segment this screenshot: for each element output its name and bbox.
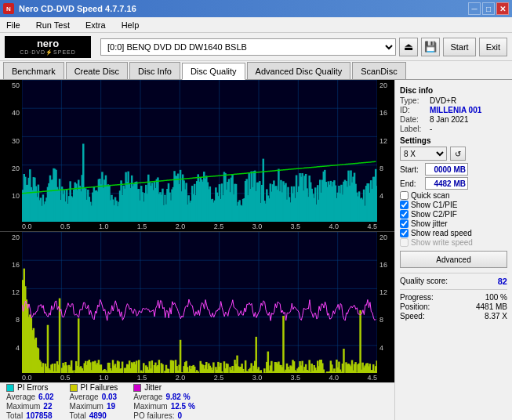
menu-run-test[interactable]: Run Test <box>33 20 73 31</box>
progress-label: Progress: <box>400 293 434 302</box>
chart-top-canvas-area <box>22 80 377 222</box>
quick-scan-label: Quick scan <box>411 191 449 200</box>
tab-benchmark[interactable]: Benchmark <box>3 62 64 79</box>
pi-errors-header: PI Errors <box>6 383 54 392</box>
chart-top-y-axis-right: 20 16 12 8 4 <box>377 80 394 222</box>
show-read-speed-checkbox[interactable] <box>400 229 409 237</box>
start-label: Start: <box>400 165 422 174</box>
menu-extra[interactable]: Extra <box>82 20 109 31</box>
pi-errors-stat: PI Errors Average 6.02 Maximum 22 Total … <box>6 383 54 420</box>
show-c1pie-row: Show C1/PIE <box>400 201 507 209</box>
disc-info-title: Disc info <box>400 86 507 95</box>
exit-button[interactable]: Exit <box>479 38 507 56</box>
logo: nero CD·DVD⚡SPEED <box>5 36 91 58</box>
disc-id-row: ID: MILLENIA 001 <box>400 106 507 114</box>
disc-label-row: Label: - <box>400 125 507 133</box>
pi-errors-label: PI Errors <box>17 383 48 392</box>
position-row: Position: 4481 MB <box>400 302 507 311</box>
chart-bottom-y-axis-left: 20 16 12 8 4 <box>0 232 22 374</box>
show-c1pie-checkbox[interactable] <box>400 201 409 209</box>
info-panel: Disc info Type: DVD+R ID: MILLENIA 001 D… <box>394 80 512 420</box>
disc-date-value: 8 Jan 2021 <box>430 115 469 124</box>
pi-failures-header: PI Failures <box>70 383 118 392</box>
jitter-po: 0 <box>178 411 183 420</box>
start-input[interactable] <box>425 163 468 176</box>
disc-type-row: Type: DVD+R <box>400 96 507 105</box>
disc-date-row: Date: 8 Jan 2021 <box>400 115 507 124</box>
chart-bottom: 20 16 12 8 4 20 16 12 8 4 <box>0 232 394 383</box>
app-icon: N <box>3 3 14 14</box>
show-write-speed-label: Show write speed <box>411 238 473 247</box>
show-jitter-label: Show jitter <box>411 219 448 228</box>
maximize-button[interactable]: □ <box>482 2 495 15</box>
chart-bottom-x-axis: 0.0 0.5 1.0 1.5 2.0 2.5 3.0 3.5 4.0 4.5 <box>0 373 394 382</box>
settings-title: Settings <box>400 136 507 145</box>
menu-help[interactable]: Help <box>118 20 143 31</box>
stats-bar: PI Errors Average 6.02 Maximum 22 Total … <box>0 382 394 420</box>
speed-setting-row: 8 X ↺ <box>400 147 507 161</box>
quick-scan-checkbox[interactable] <box>400 191 409 200</box>
position-value: 4481 MB <box>476 302 507 311</box>
pi-failures-average-row: Average 0.03 <box>70 393 118 401</box>
chart-top-x-axis: 0.0 0.5 1.0 1.5 2.0 2.5 3.0 3.5 4.0 4.5 <box>0 222 394 231</box>
drive-select[interactable]: [0:0] BENQ DVD DD DW1640 BSLB <box>100 38 396 56</box>
tab-scandisc[interactable]: ScanDisc <box>352 62 405 79</box>
tab-disc-info[interactable]: Disc Info <box>129 62 180 79</box>
tab-advanced-disc-quality[interactable]: Advanced Disc Quality <box>247 62 351 79</box>
progress-value: 100 % <box>485 293 507 302</box>
show-c1pie-label: Show C1/PIE <box>411 201 457 209</box>
progress-section: Progress: 100 % Position: 4481 MB Speed:… <box>400 289 507 320</box>
speed-row: Speed: 8.37 X <box>400 312 507 320</box>
pi-errors-average: 6.02 <box>38 393 53 401</box>
disc-label-label: Label: <box>400 125 427 133</box>
disc-id-value: MILLENIA 001 <box>430 106 481 114</box>
jitter-average-row: Average 9.82 % <box>133 393 194 401</box>
speed-label: Speed: <box>400 312 425 320</box>
show-jitter-checkbox[interactable] <box>400 219 409 228</box>
chart-bottom-y-axis-right: 20 16 12 8 4 <box>377 232 394 374</box>
speed-value: 8.37 X <box>485 312 507 320</box>
menu-file[interactable]: File <box>3 20 24 31</box>
speed-select[interactable]: 8 X <box>400 147 447 161</box>
jitter-po-row: PO failures: 0 <box>133 411 194 420</box>
show-read-speed-row: Show read speed <box>400 229 507 237</box>
jitter-average: 9.82 % <box>165 393 190 401</box>
jitter-max-row: Maximum 12.5 % <box>133 402 194 411</box>
top-chart-canvas <box>22 80 377 222</box>
pi-failures-label: PI Failures <box>81 383 118 392</box>
tab-disc-quality[interactable]: Disc Quality <box>182 63 245 80</box>
jitter-header: Jitter <box>133 383 194 392</box>
disc-type-value: DVD+R <box>430 96 456 105</box>
eject-button[interactable]: ⏏ <box>399 38 418 56</box>
show-jitter-row: Show jitter <box>400 219 507 228</box>
quality-score-row: Quality score: 82 <box>400 273 507 286</box>
title-bar-text: Nero CD-DVD Speed 4.7.7.16 <box>19 4 136 13</box>
logo-sub: CD·DVD⚡SPEED <box>20 49 76 56</box>
title-bar-controls: ─ □ ✕ <box>468 2 509 15</box>
advanced-button[interactable]: Advanced <box>400 251 507 268</box>
tab-create-disc[interactable]: Create Disc <box>66 62 128 79</box>
pi-errors-total: 107858 <box>26 411 52 420</box>
pi-errors-max-row: Maximum 22 <box>6 402 54 411</box>
quality-score-label: Quality score: <box>400 277 448 286</box>
position-label: Position: <box>400 302 430 311</box>
pi-failures-color <box>70 384 78 392</box>
menu-bar: File Run Test Extra Help <box>0 17 512 33</box>
end-input[interactable] <box>425 177 468 190</box>
show-write-speed-checkbox[interactable] <box>400 238 409 247</box>
pi-errors-color <box>6 384 14 392</box>
jitter-color <box>133 384 141 392</box>
pi-errors-max: 22 <box>43 402 52 411</box>
show-read-speed-label: Show read speed <box>411 229 472 237</box>
close-button[interactable]: ✕ <box>496 2 509 15</box>
minimize-button[interactable]: ─ <box>468 2 481 15</box>
quality-score-value: 82 <box>498 277 507 286</box>
save-button[interactable]: 💾 <box>421 38 440 56</box>
quick-scan-row: Quick scan <box>400 191 507 200</box>
disc-type-label: Type: <box>400 96 427 105</box>
jitter-stat: Jitter Average 9.82 % Maximum 12.5 % PO … <box>133 383 194 420</box>
refresh-button[interactable]: ↺ <box>450 147 466 161</box>
show-c2pif-checkbox[interactable] <box>400 210 409 219</box>
tab-bar: Benchmark Create Disc Disc Info Disc Qua… <box>0 61 512 80</box>
start-button[interactable]: Start <box>443 38 475 56</box>
